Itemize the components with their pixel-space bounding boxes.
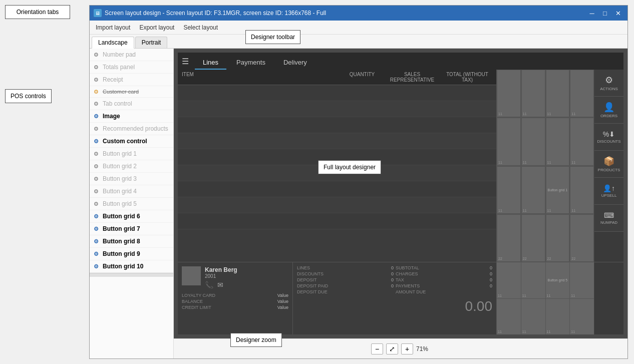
sidebar-item-customer-card[interactable]: ⚙ Customer card — [90, 86, 173, 98]
sidebar-item-recommended-products[interactable]: ⚙ Recommended products — [90, 123, 173, 135]
bottom-btn-r2c1[interactable]: 11 — [497, 299, 521, 335]
bottom-btn-r2c2[interactable]: 11 — [521, 299, 545, 335]
sidebar-item-totals-panel[interactable]: ⚙ Totals panel — [90, 61, 173, 74]
pos-tab-lines[interactable]: Lines — [195, 56, 226, 70]
bottom-btn-r2c3[interactable]: 11 — [546, 299, 570, 335]
gear-icon-image: ⚙ — [94, 113, 100, 119]
designer-canvas[interactable]: ☰ Lines Payments Delivery ITEM QUANTITY — [174, 49, 627, 338]
action-btn-products-label: PRODUCTS — [598, 168, 620, 172]
action-btn-products[interactable]: 📦 PRODUCTS — [594, 151, 623, 178]
zoom-in-button[interactable]: + — [401, 343, 413, 354]
sidebar-item-image[interactable]: ⚙ Image — [90, 110, 173, 123]
btn-cell-r3c2[interactable]: 11 — [521, 166, 545, 214]
action-btn-actions-label: ACTIONS — [600, 87, 618, 91]
btn-cell-r1c3[interactable]: 11 — [546, 70, 570, 117]
btn-cell-r1c2[interactable]: 11 — [521, 70, 545, 117]
designer-zoom-annotation: Designer zoom — [230, 333, 282, 347]
sidebar-item-button-grid-2[interactable]: ⚙ Button grid 2 — [90, 160, 173, 173]
main-window: 🖥 Screen layout design - Screen layout I… — [89, 5, 628, 359]
action-btn-discounts[interactable]: %⬇ DISCOUNTS — [594, 124, 623, 151]
zoom-out-button[interactable]: − — [371, 343, 383, 354]
action-btn-numpad-label: NUMPAD — [600, 220, 617, 225]
lines-row — [178, 213, 496, 229]
sidebar-item-tab-control[interactable]: ⚙ Tab control — [90, 98, 173, 110]
action-buttons-panel: ⚙ ACTIONS 👤 ORDERS %⬇ DISCOUNTS — [594, 70, 623, 262]
btn-cell-r3c3[interactable]: Button grid 111 — [546, 166, 570, 214]
btn-cell-r2c1[interactable]: 11 — [497, 118, 521, 165]
action-btn-upsell[interactable]: 👤↑ UPSELL — [594, 178, 623, 205]
title-bar-buttons: ─ □ ✕ — [586, 8, 623, 18]
action-btn-actions[interactable]: ⚙ ACTIONS — [594, 70, 623, 97]
gear-icon-button-grid-1: ⚙ — [94, 151, 100, 157]
btn-cell-r2c2[interactable]: 11 — [521, 118, 545, 165]
order-summary-panel: LINES 0 SUBTOTAL 0 DISCOUNTS 0 CHARGES 0… — [293, 262, 497, 334]
numpad-bottom-area — [594, 262, 623, 334]
btn-cell-r4c2[interactable]: 22 — [521, 214, 545, 262]
close-button[interactable]: ✕ — [612, 8, 623, 18]
credit-limit-row: CREDIT LIMIT Value — [182, 305, 288, 310]
sidebar-item-button-grid-5[interactable]: ⚙ Button grid 5 — [90, 198, 173, 210]
gear-icon-button-grid-6: ⚙ — [94, 213, 100, 219]
orientation-tabs-label: Orientation tabs — [17, 9, 59, 16]
order-value-amount-due — [462, 289, 492, 294]
btn-cell-r3c1[interactable]: 11 — [497, 166, 521, 214]
sidebar-item-button-grid-7[interactable]: ⚙ Button grid 7 — [90, 223, 173, 235]
order-value-deposit: 0 — [364, 277, 394, 282]
btn-cell-r1c1[interactable]: 11 — [497, 70, 521, 117]
sidebar-item-button-grid-4[interactable]: ⚙ Button grid 4 — [90, 185, 173, 198]
lines-header: ITEM QUANTITY SALES REPRESENTATIVE TOTAL… — [178, 70, 496, 85]
bottom-btn-r1c1[interactable]: 11 — [497, 262, 521, 298]
sidebar-item-button-grid-9[interactable]: ⚙ Button grid 9 — [90, 248, 173, 260]
action-btn-numpad[interactable]: ⌨ NUMPAD — [594, 205, 623, 232]
sidebar-item-number-pad[interactable]: ⚙ Number pad — [90, 49, 173, 61]
right-button-grid: 11 11 11 11 11 11 11 11 11 11 — [497, 70, 594, 262]
bottom-btn-r1c2[interactable]: 11 — [521, 262, 545, 298]
export-layout-menu[interactable]: Export layout — [135, 23, 178, 33]
full-layout-designer-annotation: Full layout designer — [318, 160, 381, 174]
maximize-button[interactable]: □ — [599, 8, 610, 18]
gear-icon-receipt: ⚙ — [94, 77, 100, 83]
btn-cell-r4c1[interactable]: 22 — [497, 214, 521, 262]
btn-cell-r2c4[interactable]: 11 — [570, 118, 594, 165]
btn-cell-r4c4[interactable]: 22 — [570, 214, 594, 262]
bottom-btn-r2c4[interactable]: 11 — [570, 299, 594, 335]
select-layout-menu[interactable]: Select layout — [179, 23, 222, 33]
pos-bottom-area: Karen Berg 2001 📞 ✉ L — [178, 262, 623, 334]
zoom-fit-button[interactable]: ⤢ — [386, 343, 398, 354]
minimize-button[interactable]: ─ — [586, 8, 597, 18]
window-title: Screen layout design - Screen layout ID:… — [105, 10, 586, 17]
pos-controls-label: POS controls — [11, 93, 46, 100]
btn-cell-r4c3[interactable]: 22 — [546, 214, 570, 262]
pos-top-tabs: ☰ Lines Payments Delivery — [178, 53, 623, 70]
sidebar-item-receipt[interactable]: ⚙ Receipt — [90, 74, 173, 86]
sidebar-resizer[interactable] — [90, 273, 173, 277]
order-value-discounts: 0 — [364, 271, 394, 276]
order-value-tax: 0 — [462, 277, 492, 282]
gear-icon-button-grid-2: ⚙ — [94, 163, 100, 169]
gear-icon-custom-control: ⚙ — [94, 138, 100, 144]
action-btn-upsell-label: UPSELL — [601, 193, 617, 198]
sidebar-item-custom-control[interactable]: ⚙ Custom control — [90, 135, 173, 148]
sidebar-item-button-grid-8[interactable]: ⚙ Button grid 8 — [90, 235, 173, 248]
bottom-btn-r1c3[interactable]: Button grid 511 — [546, 262, 570, 298]
landscape-tab[interactable]: Landscape — [92, 37, 134, 49]
sidebar-item-button-grid-6[interactable]: ⚙ Button grid 6 — [90, 210, 173, 223]
order-label-discounts: DISCOUNTS — [297, 271, 362, 276]
pos-tab-payments[interactable]: Payments — [228, 56, 273, 70]
sidebar-item-button-grid-10[interactable]: ⚙ Button grid 10 — [90, 260, 173, 273]
import-layout-menu[interactable]: Import layout — [92, 23, 134, 33]
action-btn-orders[interactable]: 👤 ORDERS — [594, 97, 623, 124]
btn-cell-r1c4[interactable]: 11 — [570, 70, 594, 117]
sidebar-item-button-grid-3[interactable]: ⚙ Button grid 3 — [90, 173, 173, 185]
sidebar-item-button-grid-1[interactable]: ⚙ Button grid 1 — [90, 148, 173, 160]
bottom-btn-r1c4[interactable]: 11 — [570, 262, 594, 298]
pos-tab-delivery[interactable]: Delivery — [275, 56, 315, 70]
customer-top: Karen Berg 2001 📞 ✉ — [182, 266, 288, 289]
order-value-subtotal: 0 — [462, 265, 492, 270]
btn-cell-r2c3[interactable]: 11 — [546, 118, 570, 165]
order-value-deposit-paid: 0 — [364, 283, 394, 288]
pos-controls-sidebar: ⚙ Number pad ⚙ Totals panel ⚙ Receipt ⚙ … — [90, 49, 174, 358]
portrait-tab[interactable]: Portrait — [135, 37, 168, 48]
btn-cell-r3c4[interactable]: 11 — [570, 166, 594, 214]
gear-icon-button-grid-4: ⚙ — [94, 188, 100, 194]
